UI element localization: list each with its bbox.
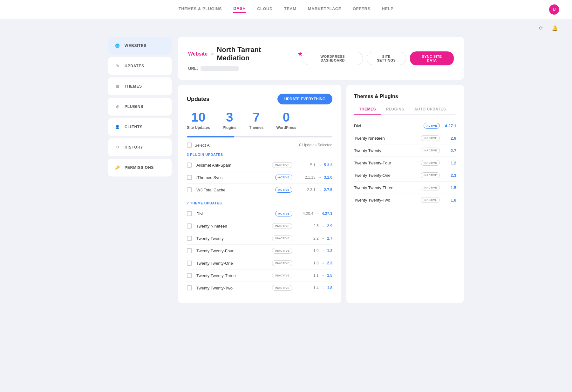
theme-row: Twenty Twenty-One INACTIVE 2.3	[354, 169, 456, 182]
stats-row: 10 Site Updates 3 Plugins 7 Themes 0 Wor…	[187, 111, 332, 130]
breadcrumb-website-link[interactable]: Website	[188, 51, 208, 57]
theme-row: Twenty Nineteen INACTIVE 2.9	[354, 132, 456, 144]
nav-help[interactable]: HELP	[382, 6, 394, 12]
update-checkbox[interactable]	[187, 261, 192, 266]
plugin-update-row: W3 Total Cache ACTIVE 2.3.1 → 2.7.5	[187, 184, 332, 196]
status-badge: INACTIVE	[272, 248, 292, 254]
stat-number-plugins: 3	[223, 111, 236, 123]
nav-marketplace[interactable]: MARKETPLACE	[308, 6, 341, 12]
theme-update-row: Divi ACTIVE 4.20.4 → 4.27.1	[187, 208, 332, 220]
nav-themes-plugins[interactable]: THEMES & PLUGINS	[179, 6, 222, 12]
breadcrumb: Website > North Tarrant Mediation ★	[188, 46, 303, 62]
sidebar-item-clients[interactable]: 👤 CLIENTS	[108, 118, 172, 136]
sidebar-label-plugins: PLUGINS	[125, 104, 143, 109]
theme-version: 1.5	[444, 185, 456, 190]
sidebar-label-themes: THEMES	[125, 84, 142, 89]
sidebar-label-history: HISTORY	[125, 145, 143, 149]
site-settings-button[interactable]: SITE SETTINGS	[367, 52, 406, 65]
site-header: Website > North Tarrant Mediation ★ URL:…	[178, 37, 464, 80]
url-value	[201, 66, 239, 71]
update-checkbox[interactable]	[187, 223, 192, 229]
theme-status-badge: INACTIVE	[421, 148, 440, 153]
update-checkbox[interactable]	[187, 187, 192, 192]
update-theme-name: Divi	[196, 211, 275, 216]
tab-themes[interactable]: THEMES	[354, 104, 381, 115]
stat-themes: 7 Themes	[249, 111, 263, 130]
select-all-row: Select All 0 Updates Selected	[187, 143, 332, 148]
theme-status-badge: INACTIVE	[421, 135, 440, 141]
sidebar-label-websites: WEBSITES	[125, 43, 146, 48]
update-version: 1.0 → 1.2	[297, 249, 332, 253]
theme-row: Twenty Twenty-Three INACTIVE 1.5	[354, 182, 456, 194]
update-version: 1.8 → 2.3	[297, 261, 332, 265]
toolbar: ⟳ 🔔	[0, 19, 572, 37]
theme-update-row: Twenty Nineteen INACTIVE 2.5 → 2.9	[187, 220, 332, 232]
sidebar-item-permissions[interactable]: 🔑 PERMISSIONS	[108, 159, 172, 176]
status-badge: INACTIVE	[272, 162, 292, 168]
update-everything-button[interactable]: UPDATE EVERYTHING	[277, 94, 332, 104]
update-checkbox[interactable]	[187, 236, 192, 241]
plugin-updates-list: Akismet Anti-Spam INACTIVE 5.1 → 5.3.3 i…	[187, 159, 332, 196]
update-checkbox[interactable]	[187, 175, 192, 180]
sidebar-item-updates[interactable]: ↻ UPDATES	[108, 57, 172, 75]
avatar[interactable]: U	[549, 4, 559, 15]
sidebar-item-websites[interactable]: 🌐 WEBSITES	[108, 37, 172, 55]
update-version: 2.3.1 → 2.7.5	[297, 188, 332, 192]
theme-update-row: Twenty Twenty-Four INACTIVE 1.0 → 1.2	[187, 245, 332, 257]
plugins-icon: ◎	[114, 103, 121, 110]
update-version: 2.5 → 2.9	[297, 224, 332, 228]
update-theme-name: Twenty Twenty-Two	[196, 286, 272, 290]
sidebar-label-clients: CLIENTS	[125, 125, 143, 129]
theme-name: Twenty Nineteen	[354, 136, 421, 141]
sidebar-item-plugins[interactable]: ◎ PLUGINS	[108, 98, 172, 116]
update-checkbox[interactable]	[187, 163, 192, 168]
select-all-label[interactable]: Select All	[194, 143, 211, 148]
sidebar: 🌐 WEBSITES ↻ UPDATES ▦ THEMES ◎ PLUGINS …	[108, 37, 172, 303]
tab-plugins[interactable]: PLUGINS	[381, 104, 409, 115]
updates-panel: Updates UPDATE EVERYTHING 10 Site Update…	[178, 85, 341, 303]
theme-row: Twenty Twenty-Two INACTIVE 1.8	[354, 194, 456, 206]
status-badge: INACTIVE	[272, 260, 292, 266]
nav-team[interactable]: TEAM	[284, 6, 296, 12]
update-checkbox[interactable]	[187, 248, 192, 253]
nav-cloud[interactable]: CLOUD	[257, 6, 273, 12]
update-checkbox[interactable]	[187, 285, 192, 290]
refresh-icon[interactable]: ⟳	[536, 23, 545, 32]
update-theme-name: Twenty Twenty-Three	[196, 273, 272, 278]
theme-section-header: 7 THEME UPDATES	[187, 201, 332, 205]
sidebar-item-history[interactable]: ↺ HISTORY	[108, 138, 172, 156]
theme-status-badge: INACTIVE	[421, 185, 440, 190]
plugin-update-row: iThemes Sync ACTIVE 2.1.13 → 3.1.0	[187, 171, 332, 184]
theme-row: Twenty Twenty-Four INACTIVE 1.2	[354, 157, 456, 169]
bell-icon[interactable]: 🔔	[550, 23, 559, 32]
nav-offers[interactable]: OFFERS	[353, 6, 371, 12]
update-theme-name: Twenty Nineteen	[196, 224, 272, 229]
update-checkbox[interactable]	[187, 273, 192, 278]
nav-dash[interactable]: DASH	[233, 6, 246, 13]
update-checkbox[interactable]	[187, 211, 192, 216]
url-row: URL:	[188, 66, 303, 71]
two-panel: Updates UPDATE EVERYTHING 10 Site Update…	[178, 85, 464, 303]
select-all-left: Select All	[187, 143, 211, 148]
wordpress-dashboard-button[interactable]: WORDPRESS DASHBOARD	[303, 52, 363, 65]
updates-title: Updates	[187, 96, 209, 103]
theme-version: 1.2	[444, 161, 456, 165]
update-plugin-name: iThemes Sync	[196, 175, 275, 180]
clients-icon: 👤	[114, 124, 121, 130]
status-badge: ACTIVE	[275, 175, 292, 180]
themes-list: Divi ACTIVE 4.27.1 Twenty Nineteen INACT…	[354, 120, 456, 206]
stat-number-site-updates: 10	[187, 111, 210, 123]
tab-auto-updates[interactable]: AUTO UPDATES	[409, 104, 451, 115]
progress-bar	[187, 136, 332, 137]
sync-site-data-button[interactable]: SYNC SITE DATA	[410, 51, 454, 65]
theme-name: Twenty Twenty-Three	[354, 185, 421, 190]
plugin-update-row: Akismet Anti-Spam INACTIVE 5.1 → 5.3.3	[187, 159, 332, 171]
sidebar-item-themes[interactable]: ▦ THEMES	[108, 77, 172, 95]
theme-update-row: Twenty Twenty-One INACTIVE 1.8 → 2.3	[187, 257, 332, 269]
select-all-checkbox[interactable]	[187, 143, 192, 148]
update-version: 1.4 → 1.8	[297, 286, 332, 290]
update-version: 2.1.13 → 3.1.0	[297, 175, 332, 180]
url-label: URL:	[188, 66, 198, 71]
progress-remaining	[235, 136, 332, 137]
star-icon[interactable]: ★	[297, 50, 303, 57]
